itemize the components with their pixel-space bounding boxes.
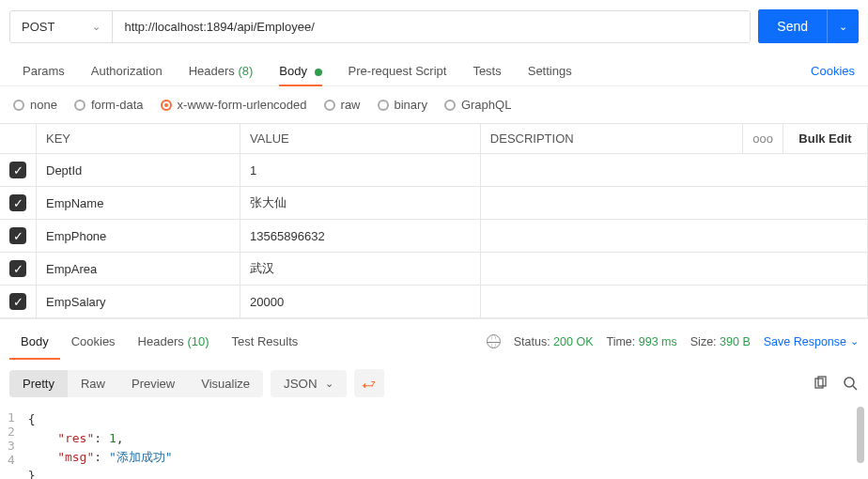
body-type-raw[interactable]: raw xyxy=(324,98,361,112)
send-button[interactable]: Send xyxy=(758,9,827,43)
radio-icon xyxy=(74,100,85,111)
view-visualize[interactable]: Visualize xyxy=(188,370,263,397)
body-type-binary[interactable]: binary xyxy=(378,98,427,112)
tab-authorization[interactable]: Authorization xyxy=(78,56,176,85)
table-row: ✓EmpPhone13565896632 xyxy=(0,220,868,253)
column-key: KEY xyxy=(37,124,240,154)
tab-params[interactable]: Params xyxy=(9,56,78,85)
time-value: 993 ms xyxy=(639,335,677,348)
table-row: ✓DeptId1 xyxy=(0,154,868,187)
row-checkbox[interactable]: ✓ xyxy=(9,162,26,178)
cell-value[interactable]: 20000 xyxy=(240,286,481,318)
cell-description[interactable] xyxy=(480,187,867,220)
body-type-graphql[interactable]: GraphQL xyxy=(444,98,511,112)
response-body-viewer[interactable]: 1234 { "res": 1, "msg": "添加成功" } xyxy=(0,407,868,479)
url-input[interactable] xyxy=(113,11,750,42)
cell-key[interactable]: EmpName xyxy=(37,187,240,220)
radio-icon xyxy=(324,100,335,111)
body-type-form-data[interactable]: form-data xyxy=(74,98,144,112)
form-data-table: KEY VALUE DESCRIPTION ooo Bulk Edit ✓Dep… xyxy=(0,123,868,318)
column-value: VALUE xyxy=(240,124,481,154)
response-tab-test-results[interactable]: Test Results xyxy=(221,329,310,354)
radio-icon xyxy=(444,100,456,111)
row-checkbox[interactable]: ✓ xyxy=(9,260,26,277)
cookies-link[interactable]: Cookies xyxy=(807,56,859,85)
response-tab-headers[interactable]: Headers (10) xyxy=(127,329,221,354)
table-row: ✓EmpName张大仙 xyxy=(0,187,868,220)
wrap-icon: ⮐ xyxy=(362,376,376,392)
radio-icon xyxy=(13,100,24,111)
chevron-down-icon: ⌄ xyxy=(839,21,847,32)
body-type-urlencoded[interactable]: x-www-form-urlencoded xyxy=(161,98,307,112)
tab-tests[interactable]: Tests xyxy=(459,56,514,85)
radio-icon xyxy=(378,100,389,111)
copy-icon[interactable] xyxy=(812,375,829,392)
time-label: Time: 993 ms xyxy=(607,335,677,348)
format-select[interactable]: JSON ⌄ xyxy=(271,370,347,397)
code-content: { "res": 1, "msg": "添加成功" } xyxy=(28,410,868,479)
view-raw[interactable]: Raw xyxy=(68,370,118,397)
cell-key[interactable]: EmpPhone xyxy=(37,220,240,253)
send-options-button[interactable]: ⌄ xyxy=(827,9,859,43)
row-checkbox[interactable]: ✓ xyxy=(9,227,26,244)
cell-key[interactable]: DeptId xyxy=(37,154,240,187)
cell-value[interactable]: 13565896632 xyxy=(240,220,481,253)
tab-body[interactable]: Body xyxy=(266,56,334,85)
size-label: Size: 390 B xyxy=(690,335,751,348)
tab-headers[interactable]: Headers (8) xyxy=(176,56,267,85)
response-tab-cookies[interactable]: Cookies xyxy=(60,329,127,354)
cell-key[interactable]: EmpSalary xyxy=(37,286,240,318)
cell-description[interactable] xyxy=(480,154,867,187)
cell-value[interactable]: 张大仙 xyxy=(240,187,481,220)
globe-icon[interactable] xyxy=(487,334,501,348)
column-description: DESCRIPTION xyxy=(480,124,742,154)
svg-line-3 xyxy=(853,386,857,390)
table-row: ✓EmpArea武汉 xyxy=(0,253,868,286)
status-value: 200 OK xyxy=(553,335,593,348)
body-modified-dot-icon xyxy=(315,69,322,76)
body-type-none[interactable]: none xyxy=(13,98,57,112)
save-response-button[interactable]: Save Response ⌄ xyxy=(764,335,859,348)
cell-description[interactable] xyxy=(480,220,867,253)
headers-count: (8) xyxy=(238,64,253,78)
view-mode-segment: Pretty Raw Preview Visualize xyxy=(9,370,263,397)
tab-prerequest[interactable]: Pre-request Script xyxy=(335,56,460,85)
search-icon[interactable] xyxy=(842,375,859,392)
response-headers-count: (10) xyxy=(187,334,209,348)
row-checkbox[interactable]: ✓ xyxy=(9,293,26,310)
svg-point-2 xyxy=(845,378,854,387)
cell-description[interactable] xyxy=(480,253,867,286)
radio-selected-icon xyxy=(161,100,172,111)
chevron-down-icon: ⌄ xyxy=(92,21,101,33)
cell-value[interactable]: 武汉 xyxy=(240,253,481,286)
bulk-edit-button[interactable]: Bulk Edit xyxy=(783,124,868,154)
cell-key[interactable]: EmpArea xyxy=(37,253,240,286)
http-method-select[interactable]: POST ⌄ xyxy=(10,11,113,42)
wrap-lines-button[interactable]: ⮐ xyxy=(354,369,384,397)
view-preview[interactable]: Preview xyxy=(118,370,188,397)
cell-description[interactable] xyxy=(480,286,867,318)
chevron-down-icon: ⌄ xyxy=(325,378,333,390)
status-label: Status: 200 OK xyxy=(514,335,594,348)
chevron-down-icon: ⌄ xyxy=(850,335,859,348)
more-actions-button[interactable]: ooo xyxy=(743,124,783,154)
view-pretty[interactable]: Pretty xyxy=(9,370,68,397)
tab-settings[interactable]: Settings xyxy=(515,56,585,85)
table-row: ✓EmpSalary20000 xyxy=(0,286,868,318)
select-all-cell xyxy=(0,124,37,154)
row-checkbox[interactable]: ✓ xyxy=(9,194,26,211)
response-tab-body[interactable]: Body xyxy=(9,329,60,354)
line-numbers: 1234 xyxy=(0,410,28,479)
http-method-value: POST xyxy=(22,20,54,34)
scrollbar-thumb[interactable] xyxy=(857,407,864,463)
size-value: 390 B xyxy=(720,335,751,348)
cell-value[interactable]: 1 xyxy=(240,154,481,187)
